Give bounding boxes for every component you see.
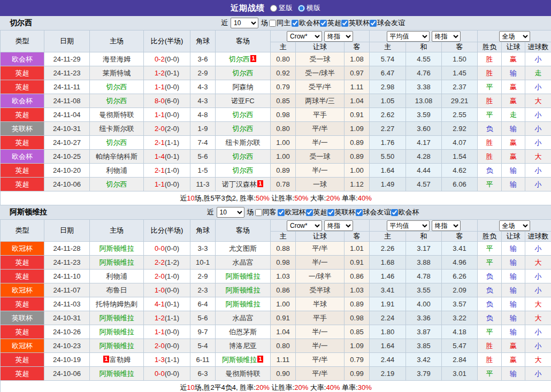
fulltime-score: 1-1 xyxy=(155,83,165,91)
cell-score: 2-0(0-0) xyxy=(144,339,190,353)
match-row: 英超 24-10-06 切尔西 1-1(0-0) 11-3 诺丁汉森林1 0.7… xyxy=(1,178,551,191)
home-team-name: 海登海姆 xyxy=(103,55,131,63)
layout-vertical-option[interactable]: 竖版 xyxy=(270,3,293,13)
league-checkbox[interactable] xyxy=(391,209,398,216)
cell-result-goals: 小 xyxy=(525,178,551,191)
league-filter[interactable]: 英超 xyxy=(320,18,341,28)
cell-handicap-home-odds: 0.92 xyxy=(271,66,296,80)
column-header-date: 日期 xyxy=(44,30,90,52)
league-label: 英超 xyxy=(327,18,341,28)
cell-handicap-home-odds: 0.98 xyxy=(271,108,296,122)
cell-avg-home-odds: 1.49 xyxy=(370,178,406,191)
cell-date: 24-10-31 xyxy=(44,122,90,136)
bookmaker-select[interactable]: Crow* xyxy=(287,220,322,231)
match-row: 欧会杯 24-11-29 海登海姆 0-2(0-0) 3-6 切尔西1 0.80… xyxy=(1,52,551,66)
final-odds-select-1[interactable]: 终指 xyxy=(324,220,353,231)
team-section: 切尔西 近 10 场 同主 欧会杯英超英联杯球会友谊 类型 xyxy=(0,16,551,205)
average-group-header: 平均值终指 xyxy=(370,220,478,232)
cell-result-handicap: 输 xyxy=(502,256,525,270)
bookmaker-select[interactable]: Crow* xyxy=(287,31,322,42)
cell-handicap-away-odds: 0.89 xyxy=(345,150,370,164)
competition-badge: 英超 xyxy=(1,80,44,94)
average-select[interactable]: 平均值 xyxy=(387,31,430,42)
cell-handicap-line: 平手 xyxy=(296,311,345,325)
cell-score: 2-0(1-0) xyxy=(144,270,190,283)
cell-avg-home-odds: 1.91 xyxy=(370,297,406,311)
final-odds-select-2[interactable]: 终指 xyxy=(432,220,461,231)
league-filter[interactable]: 球会友谊 xyxy=(370,18,405,28)
team-section: 阿斯顿维拉 近 10 场 同客 欧冠杯英超英联杯球会友谊欧会杯 xyxy=(0,205,551,392)
league-filter[interactable]: 欧会杯 xyxy=(391,207,419,217)
league-checkbox[interactable] xyxy=(320,20,327,27)
cell-home-team: 1富勒姆 xyxy=(90,353,144,367)
cell-corners: 1-5 xyxy=(190,164,216,178)
horizontal-radio[interactable] xyxy=(298,5,305,12)
games-count-select[interactable]: 10 xyxy=(231,18,258,28)
league-checkbox[interactable] xyxy=(292,20,299,27)
average-select[interactable]: 平均值 xyxy=(387,220,430,231)
cell-result-handicap: 赢 xyxy=(502,52,525,66)
cell-handicap-line: 一球 xyxy=(296,178,345,191)
halftime-score: (1-2) xyxy=(165,258,179,266)
home-team-name: 曼彻斯特联 xyxy=(100,111,134,119)
cell-result-wdl: 胜 xyxy=(478,339,502,353)
match-row: 欧冠杯 24-10-23 阿斯顿维拉 2-0(0-0) 5-4 博洛尼亚 0.8… xyxy=(1,339,551,353)
cell-handicap-line: 受一球 xyxy=(296,52,345,66)
cell-home-team: 切尔西 xyxy=(90,178,144,191)
cell-result-wdl: 平 xyxy=(478,178,502,191)
cell-handicap-home-odds: 0.90 xyxy=(271,367,296,381)
sub-header-odds-home: 主 xyxy=(271,42,296,52)
league-filter[interactable]: 英超 xyxy=(306,207,327,217)
competition-badge: 英超 xyxy=(1,136,44,150)
away-team-name: 伯恩茅斯 xyxy=(229,328,257,336)
cell-result-wdl: 负 xyxy=(478,297,502,311)
league-checkbox[interactable] xyxy=(327,209,334,216)
cell-handicap-away-odds: 1.09 xyxy=(345,122,370,136)
league-checkbox[interactable] xyxy=(306,209,313,216)
full-match-select[interactable]: 全场 xyxy=(499,220,530,231)
page-title: 近期战绩 xyxy=(231,3,265,13)
cell-home-team: 阿斯顿维拉 xyxy=(90,325,144,339)
cell-date: 24-10-23 xyxy=(44,339,90,353)
league-checkbox[interactable] xyxy=(341,20,348,27)
league-filter[interactable]: 欧冠杯 xyxy=(278,207,306,217)
cell-handicap-line: 平/半 xyxy=(296,353,345,367)
cell-home-team: 利物浦 xyxy=(90,270,144,283)
cell-handicap-home-odds: 0.80 xyxy=(271,122,296,136)
league-filter[interactable]: 球会友谊 xyxy=(356,207,391,217)
cell-result-goals: 大 xyxy=(525,256,551,270)
fulltime-score: 1-0 xyxy=(155,286,165,294)
same-venue-filter[interactable]: 同主 xyxy=(269,18,290,28)
away-team-name: 切尔西 xyxy=(233,125,254,133)
cell-score: 0-0(0-0) xyxy=(144,242,190,256)
games-count-select[interactable]: 10 xyxy=(217,207,244,218)
handicap-group-header: Crow*终指 xyxy=(271,30,370,42)
cell-result-handicap: 输 xyxy=(502,164,525,178)
cell-home-team: 海登海姆 xyxy=(90,52,144,66)
cell-score: 1-3(1-1) xyxy=(144,353,190,367)
final-odds-select-2[interactable]: 终指 xyxy=(432,31,461,42)
league-filter[interactable]: 英联杯 xyxy=(341,18,370,28)
cell-avg-away-odds: 2.55 xyxy=(442,108,478,122)
full-match-select[interactable]: 全场 xyxy=(499,31,530,42)
cell-corners: 2-9 xyxy=(190,270,216,283)
league-checkbox[interactable] xyxy=(370,20,377,27)
final-odds-select-1[interactable]: 终指 xyxy=(324,31,353,42)
match-row: 英超 24-11-03 托特纳姆热刺 4-1(0-1) 6-4 阿斯顿维拉 1.… xyxy=(1,297,551,311)
league-checkbox[interactable] xyxy=(356,209,363,216)
cell-avg-away-odds: 3.41 xyxy=(442,242,478,256)
competition-badge: 欧会杯 xyxy=(1,94,44,108)
same-venue-filter[interactable]: 同客 xyxy=(255,207,277,217)
cell-handicap-line: 受半球 xyxy=(296,283,345,297)
vertical-radio[interactable] xyxy=(270,5,277,12)
cell-home-team: 阿斯顿维拉 xyxy=(90,256,144,270)
league-filter[interactable]: 欧会杯 xyxy=(292,18,320,28)
league-filter[interactable]: 英联杯 xyxy=(327,207,356,217)
league-checkbox[interactable] xyxy=(278,209,285,216)
same-venue-checkbox[interactable] xyxy=(269,20,276,27)
layout-horizontal-option[interactable]: 横版 xyxy=(298,3,320,13)
cell-handicap-away-odds: 1.12 xyxy=(345,178,370,191)
match-row: 英超 24-11-11 切尔西 1-1(0-0) 4-3 阿森纳 0.79 受平… xyxy=(1,80,551,94)
same-venue-checkbox[interactable] xyxy=(255,209,262,216)
games-suffix-label: 场 xyxy=(247,207,254,217)
